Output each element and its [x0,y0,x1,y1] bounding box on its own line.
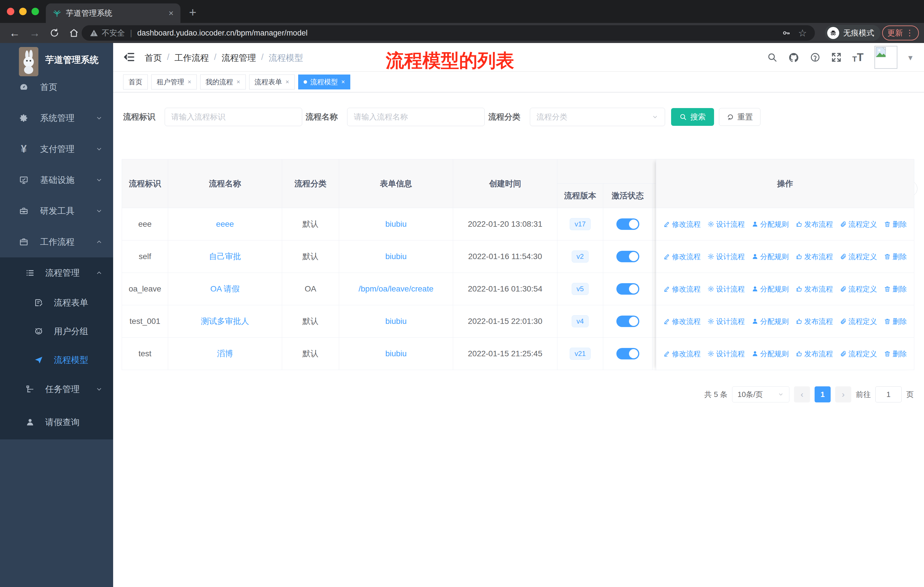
key-icon[interactable] [782,28,791,38]
process-name-link[interactable]: OA 请假 [210,284,240,293]
active-toggle[interactable] [616,218,639,230]
new-tab-button[interactable]: + [189,5,196,20]
active-toggle[interactable] [616,251,639,262]
sidebar-item-devtools[interactable]: 研发工具 [0,203,113,219]
url-text[interactable]: dashboard.yudao.iocoder.cn/bpm/manager/m… [137,29,781,38]
github-icon[interactable] [788,52,799,63]
close-icon[interactable]: × [342,78,345,86]
design-process-link[interactable]: 设计流程 [708,349,745,359]
prev-page-button[interactable]: ‹ [794,386,810,402]
delete-process-link[interactable]: 删除 [884,317,907,326]
active-toggle[interactable] [616,348,639,359]
browser-update-button[interactable]: 更新 ⋮ [882,25,919,40]
publish-process-link[interactable]: 发布流程 [796,220,833,229]
active-toggle[interactable] [616,283,639,294]
tag-process-form[interactable]: 流程表单 × [249,74,295,89]
window-controls[interactable] [7,8,39,15]
assign-rule-link[interactable]: 分配规则 [752,349,789,359]
browser-tab[interactable]: 芋道管理系统 × [46,3,180,23]
form-info-link[interactable]: /bpm/oa/leave/create [359,284,434,293]
design-process-link[interactable]: 设计流程 [708,317,745,326]
process-name-link[interactable]: 滔博 [217,349,233,358]
assign-rule-link[interactable]: 分配规则 [752,220,789,229]
process-definition-link[interactable]: 流程定义 [840,252,877,261]
form-info-link[interactable]: biubiu [385,349,407,358]
sidebar-fold-icon[interactable] [123,51,135,63]
process-definition-link[interactable]: 流程定义 [840,284,877,294]
assign-rule-link[interactable]: 分配规则 [752,317,789,326]
assign-rule-link[interactable]: 分配规则 [752,252,789,261]
process-id-input[interactable] [165,108,302,126]
delete-process-link[interactable]: 删除 [884,284,907,294]
sidebar-item-payment[interactable]: ¥ 支付管理 [0,141,113,157]
sidebar-logo-row[interactable]: 芋道管理系统 [0,43,113,80]
modify-process-link[interactable]: 修改流程 [663,252,701,261]
next-page-button[interactable]: › [835,386,851,402]
close-icon[interactable]: × [285,78,289,86]
minimize-window-button[interactable] [19,8,26,15]
form-info-link[interactable]: biubiu [385,252,407,261]
active-toggle[interactable] [616,316,639,327]
search-button[interactable]: 搜索 [671,108,714,126]
browser-menu-icon[interactable]: ⋮ [906,29,914,37]
security-label[interactable]: 不安全 [102,28,125,38]
update-label[interactable]: 更新 [887,28,903,38]
url-bar[interactable]: 不安全 | dashboard.yudao.iocoder.cn/bpm/man… [82,25,815,41]
tag-home[interactable]: 首页 [123,74,148,89]
help-icon[interactable] [810,52,820,63]
close-window-button[interactable] [7,8,14,15]
design-process-link[interactable]: 设计流程 [708,284,745,294]
process-name-link[interactable]: eeee [216,220,234,228]
tag-tenant-management[interactable]: 租户管理 × [151,74,197,89]
close-icon[interactable]: × [237,78,240,86]
forward-button[interactable]: → [29,28,40,38]
process-name-link[interactable]: 测试多审批人 [201,317,249,326]
breadcrumb-home[interactable]: 首页 [145,52,162,64]
sidebar-item-infrastructure[interactable]: 基础设施 [0,172,113,188]
goto-page-input[interactable] [875,386,902,402]
tag-process-model[interactable]: 流程模型 × [298,74,351,89]
sidebar-item-task-management[interactable]: 任务管理 [0,381,113,397]
tag-my-process[interactable]: 我的流程 × [200,74,246,89]
publish-process-link[interactable]: 发布流程 [796,252,833,261]
close-icon[interactable]: × [188,78,191,86]
sidebar-item-user-group[interactable]: 用户分组 [0,323,113,339]
page-size-select[interactable]: 10条/页 [732,386,789,402]
form-info-link[interactable]: biubiu [385,220,407,228]
process-definition-link[interactable]: 流程定义 [840,220,877,229]
breadcrumb-workflow[interactable]: 工作流程 [175,52,209,64]
fullscreen-icon[interactable] [831,52,842,63]
breadcrumb-process-management[interactable]: 流程管理 [222,52,256,64]
reload-button[interactable] [49,28,59,38]
tab-close-icon[interactable]: × [168,9,173,18]
font-size-icon[interactable]: TT [852,51,864,64]
modify-process-link[interactable]: 修改流程 [663,284,701,294]
process-name-link[interactable]: 自己审批 [209,252,241,261]
avatar-caret-icon[interactable]: ▾ [908,53,912,63]
sidebar-item-system[interactable]: 系统管理 [0,110,113,126]
modify-process-link[interactable]: 修改流程 [663,317,701,326]
process-name-input[interactable] [347,108,485,126]
zoom-window-button[interactable] [31,8,39,15]
sidebar-item-process-management[interactable]: 流程管理 [0,265,113,281]
process-definition-link[interactable]: 流程定义 [840,349,877,359]
publish-process-link[interactable]: 发布流程 [796,349,833,359]
sidebar-item-process-form[interactable]: 流程表单 [0,294,113,311]
sidebar-item-process-model[interactable]: 流程模型 [0,352,113,368]
design-process-link[interactable]: 设计流程 [708,220,745,229]
delete-process-link[interactable]: 删除 [884,252,907,261]
page-number-1[interactable]: 1 [815,386,831,402]
assign-rule-link[interactable]: 分配规则 [752,284,789,294]
home-button[interactable] [69,28,79,38]
sidebar-item-workflow[interactable]: 工作流程 [0,234,113,250]
back-button[interactable]: ← [9,28,20,38]
design-process-link[interactable]: 设计流程 [708,252,745,261]
process-category-select[interactable]: 流程分类 [530,108,665,126]
modify-process-link[interactable]: 修改流程 [663,349,701,359]
delete-process-link[interactable]: 删除 [884,220,907,229]
sidebar-item-leave-query[interactable]: 请假查询 [0,414,113,430]
sidebar-item-home[interactable]: 首页 [0,79,113,95]
delete-process-link[interactable]: 删除 [884,349,907,359]
avatar[interactable] [874,46,898,69]
form-info-link[interactable]: biubiu [385,317,407,326]
